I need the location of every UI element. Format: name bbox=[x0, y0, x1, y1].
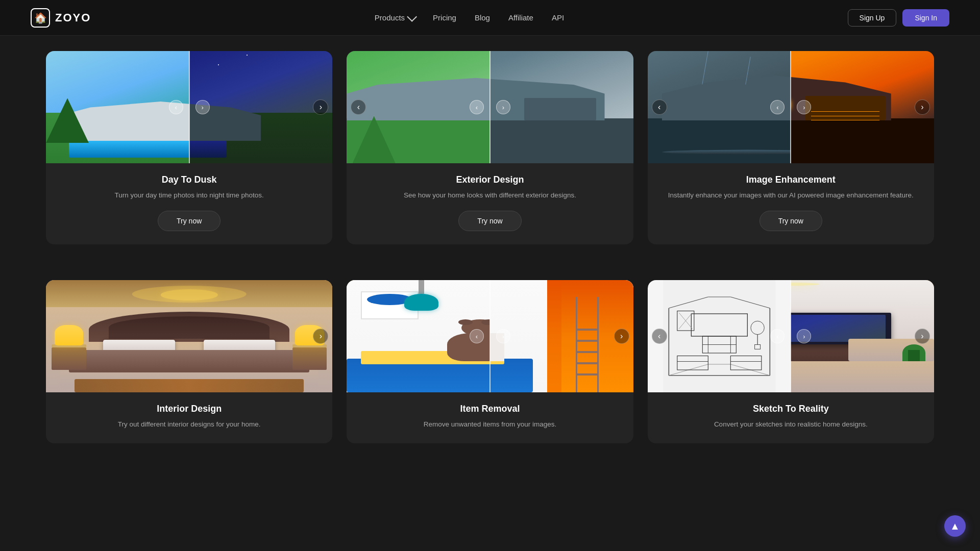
card-image-interior: › bbox=[46, 280, 332, 392]
card-body-exterior: Exterior Design See how your home looks … bbox=[347, 163, 633, 244]
card-image-enhancement: ‹ › ‹ › Image Enhancement Instantly enha… bbox=[648, 51, 934, 244]
card-next-arrow[interactable]: › bbox=[614, 329, 629, 344]
nav-auth-buttons: Sign Up Sign In bbox=[848, 9, 949, 27]
card-exterior-design: ‹ › ‹ Exterior Design See how your home … bbox=[347, 51, 633, 244]
card-title-sketch: Sketch To Reality bbox=[753, 404, 829, 414]
nav-item-products[interactable]: Products bbox=[375, 13, 414, 22]
nav-item-affiliate[interactable]: Affiliate bbox=[508, 13, 533, 22]
card-next-arrow[interactable]: › bbox=[313, 329, 328, 344]
card-image-day-to-dusk: ‹ › › bbox=[46, 51, 332, 163]
slider-right-arrow[interactable]: › bbox=[797, 329, 811, 343]
navigation: 🏠 ZOYO Products Pricing Blog Affiliate A… bbox=[0, 0, 980, 36]
card-desc-item-removal: Remove unwanted items from your images. bbox=[424, 419, 556, 430]
try-now-button-enhancement[interactable]: Try now bbox=[760, 211, 822, 231]
card-next-arrow[interactable]: › bbox=[915, 99, 930, 115]
cards-row-1: ‹ › › Day To Dusk Turn your day time pho… bbox=[0, 36, 980, 265]
chevron-down-icon bbox=[407, 11, 417, 21]
slider-right-arrow[interactable]: › bbox=[195, 100, 210, 114]
card-interior-design: › Interior Design Try out different inte… bbox=[46, 280, 332, 443]
slider-line bbox=[189, 51, 190, 163]
try-now-button-exterior[interactable]: Try now bbox=[458, 211, 521, 231]
card-desc-exterior: See how your home looks with different e… bbox=[404, 190, 576, 201]
slider-line bbox=[489, 51, 491, 163]
card-body-interior: Interior Design Try out different interi… bbox=[46, 392, 332, 443]
card-image-item-removal: ‹ › › bbox=[347, 280, 633, 392]
card-prev-arrow[interactable]: ‹ bbox=[351, 99, 366, 115]
card-desc-day-to-dusk: Turn your day time photos into night tim… bbox=[115, 190, 264, 201]
scroll-to-top-button[interactable]: ▲ bbox=[944, 515, 966, 537]
card-item-removal: ‹ › › Item Removal Remove unwanted items… bbox=[347, 280, 633, 443]
slider-left-arrow[interactable]: ‹ bbox=[770, 100, 785, 114]
slider-line bbox=[489, 280, 491, 392]
slider-right-arrow[interactable]: › bbox=[797, 100, 811, 114]
card-desc-enhancement: Instantly enhance your images with our A… bbox=[668, 190, 914, 201]
slider-line bbox=[790, 280, 791, 392]
card-title-interior: Interior Design bbox=[157, 404, 222, 414]
card-sketch-to-reality: ‹ › ‹ › Sketch To Reality Convert your s… bbox=[648, 280, 934, 443]
card-body-enhancement: Image Enhancement Instantly enhance your… bbox=[648, 163, 934, 244]
card-title-enhancement: Image Enhancement bbox=[746, 174, 836, 185]
logo-text: ZOYO bbox=[55, 11, 91, 24]
nav-item-pricing[interactable]: Pricing bbox=[433, 13, 456, 22]
nav-item-blog[interactable]: Blog bbox=[475, 13, 490, 22]
card-image-exterior: ‹ › ‹ bbox=[347, 51, 633, 163]
card-next-arrow[interactable]: › bbox=[313, 99, 328, 115]
slider-line bbox=[790, 51, 791, 163]
nav-item-api[interactable]: API bbox=[552, 13, 564, 22]
card-body-item-removal: Item Removal Remove unwanted items from … bbox=[347, 392, 633, 443]
card-desc-interior: Try out different interior designs for y… bbox=[118, 419, 261, 430]
signup-button[interactable]: Sign Up bbox=[848, 9, 897, 27]
card-image-enhancement-img: ‹ › ‹ › bbox=[648, 51, 934, 163]
slider-left-arrow[interactable]: ‹ bbox=[470, 329, 484, 343]
main-content: ‹ › › Day To Dusk Turn your day time pho… bbox=[0, 0, 980, 464]
card-title-item-removal: Item Removal bbox=[460, 404, 520, 414]
logo-icon: 🏠 bbox=[31, 8, 50, 28]
card-day-to-dusk: ‹ › › Day To Dusk Turn your day time pho… bbox=[46, 51, 332, 244]
card-title-exterior: Exterior Design bbox=[456, 174, 524, 185]
card-prev-arrow[interactable]: ‹ bbox=[652, 329, 667, 344]
card-title-day-to-dusk: Day To Dusk bbox=[162, 174, 217, 185]
slider-right-arrow[interactable]: › bbox=[496, 329, 510, 343]
cards-row-2: › Interior Design Try out different inte… bbox=[0, 265, 980, 463]
slider-right-arrow[interactable]: › bbox=[496, 100, 510, 114]
card-desc-sketch: Convert your sketches into realistic hom… bbox=[714, 419, 868, 430]
logo[interactable]: 🏠 ZOYO bbox=[31, 8, 91, 28]
card-image-sketch: ‹ › ‹ › bbox=[648, 280, 934, 392]
slider-left-arrow[interactable]: ‹ bbox=[169, 100, 183, 114]
signin-button[interactable]: Sign In bbox=[902, 9, 949, 27]
card-body-day-to-dusk: Day To Dusk Turn your day time photos in… bbox=[46, 163, 332, 244]
slider-left-arrow[interactable]: ‹ bbox=[770, 329, 785, 343]
card-body-sketch: Sketch To Reality Convert your sketches … bbox=[648, 392, 934, 443]
slider-left-arrow[interactable]: ‹ bbox=[470, 100, 484, 114]
nav-links: Products Pricing Blog Affiliate API bbox=[375, 13, 564, 22]
card-next-arrow[interactable]: › bbox=[915, 329, 930, 344]
try-now-button-day-to-dusk[interactable]: Try now bbox=[158, 211, 220, 231]
card-prev-arrow[interactable]: ‹ bbox=[652, 99, 667, 115]
